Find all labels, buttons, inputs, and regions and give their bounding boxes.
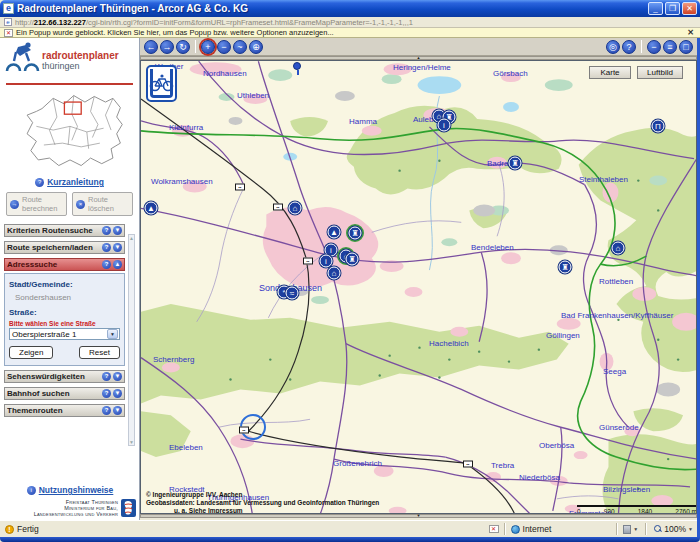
castle-icon[interactable]: ♜: [559, 261, 572, 274]
quickstart-link[interactable]: Kurzanleitung: [47, 177, 104, 187]
logo-title: radroutenplaner: [42, 50, 119, 61]
url-prefix: http://: [15, 18, 34, 27]
divider: [504, 523, 506, 535]
pool-icon[interactable]: ≈: [286, 287, 299, 300]
help-icon[interactable]: ?: [102, 372, 111, 381]
marker-pin-icon[interactable]: [293, 62, 301, 70]
minimize-button[interactable]: _: [648, 2, 663, 15]
url-host: 212.66.132.227: [34, 18, 86, 27]
chevron-down-icon[interactable]: ▼: [113, 389, 122, 398]
close-button[interactable]: ✕: [682, 2, 697, 15]
thuringia-overview-map[interactable]: [14, 87, 126, 175]
usage-link[interactable]: Nutzungshinweise: [39, 485, 114, 495]
monument-icon[interactable]: Π: [652, 120, 665, 133]
help-icon[interactable]: ?: [102, 226, 111, 235]
railway-station-icon[interactable]: ▪▪: [235, 184, 245, 191]
popup-info-text: Ein Popup wurde geblockt. Klicken Sie hi…: [16, 28, 334, 37]
scroll-down-icon[interactable]: ▼: [129, 439, 134, 445]
route-delete-icon: ×: [76, 200, 85, 209]
accordion-header-bahnhof-suchen[interactable]: Bahnhof suchen ? ▼: [4, 387, 125, 400]
status-text: Fertig: [17, 524, 39, 534]
radroutenplaner-map-logo: [146, 65, 177, 102]
zoom-out-button[interactable]: −: [217, 40, 231, 54]
map-label: Kleinfurra: [169, 123, 203, 132]
palace-icon[interactable]: ♜: [346, 253, 359, 266]
address-bar[interactable]: e http://212.66.132.227/cgi-bin/rth.cgi?…: [0, 17, 700, 28]
peak-icon[interactable]: ▲: [328, 226, 341, 239]
chevron-down-icon[interactable]: ▼: [107, 329, 118, 339]
copyright-line: Geobasisdaten: Landesamt für Vermessung …: [146, 499, 379, 507]
accordion-label: Sehenswürdigkeiten: [7, 372, 100, 381]
reset-button[interactable]: Reset: [79, 346, 120, 359]
info-icon[interactable]: i: [320, 255, 333, 268]
ministry-footer: Freistaat Thüringen Ministerium für Bau,…: [2, 499, 136, 517]
popup-info-bar[interactable]: ✕ Ein Popup wurde geblockt. Klicken Sie …: [0, 28, 700, 38]
show-button[interactable]: Zeigen: [9, 346, 53, 359]
minimize-map-button[interactable]: −: [647, 40, 661, 54]
map-canvas[interactable]: WertherNordhausenUthlebenHeringen/HelmeG…: [140, 60, 697, 514]
map-label: Seega: [603, 367, 626, 376]
info-icon[interactable]: i: [438, 119, 451, 132]
measure-button[interactable]: ~: [233, 40, 247, 54]
sidebar-scrollbar[interactable]: ▲ ▼: [128, 234, 135, 446]
chevron-down-icon[interactable]: ▼: [688, 526, 693, 532]
railway-station-icon[interactable]: ▪▪: [239, 427, 249, 434]
map-label: Steinthaleben: [579, 175, 628, 184]
church-icon[interactable]: ⌂: [328, 267, 341, 280]
help-icon[interactable]: ?: [102, 389, 111, 398]
help-button[interactable]: ?: [622, 40, 636, 54]
help-icon[interactable]: ?: [102, 406, 111, 415]
popup-blocked-status-icon[interactable]: ✕: [489, 525, 499, 533]
chevron-down-icon[interactable]: ▼: [113, 406, 122, 415]
logo-subtitle: thüringen: [42, 61, 119, 71]
maximize-button[interactable]: ❐: [665, 2, 680, 15]
aerial-view-button[interactable]: Luftbild: [637, 66, 683, 79]
railway-station-icon[interactable]: ▪▪: [303, 258, 313, 265]
accordion-header-adresssuche[interactable]: Adresssuche ? ▲: [4, 258, 125, 271]
print-button[interactable]: ≡: [663, 40, 677, 54]
street-select[interactable]: Oberspierstraße 1 ▼: [9, 328, 120, 340]
zoom-in-button[interactable]: +: [201, 40, 215, 54]
chevron-down-icon[interactable]: ▼: [113, 226, 122, 235]
home-icon[interactable]: ⌂: [289, 202, 302, 215]
new-window-button[interactable]: □: [679, 40, 693, 54]
mountain-icon[interactable]: ▲: [145, 202, 158, 215]
map-label: Hamma: [349, 117, 377, 126]
castle-icon[interactable]: ♜: [509, 157, 522, 170]
route-calculate-button[interactable]: → Route berechnen: [6, 192, 67, 216]
splitter-down-icon[interactable]: ▼: [417, 513, 421, 518]
accordion-header-route-speichern-laden[interactable]: Route speichern/laden ? ▼: [4, 241, 125, 254]
scroll-up-icon[interactable]: ▲: [129, 235, 134, 241]
filter-icon[interactable]: [623, 525, 631, 534]
railway-station-icon[interactable]: ▪▪: [463, 461, 473, 468]
chevron-up-icon[interactable]: ▲: [113, 260, 122, 269]
chevron-down-icon[interactable]: ▼: [633, 526, 638, 532]
map-view-button[interactable]: Karte: [589, 66, 631, 79]
help-icon[interactable]: ?: [102, 260, 111, 269]
status-bar: ! Fertig ✕ Internet ▼ 100% ▼: [0, 520, 700, 537]
accordion-header-sehenswuerdigkeiten[interactable]: Sehenswürdigkeiten ? ▼: [4, 370, 125, 383]
map-label: Trebra: [491, 461, 514, 470]
railway-station-icon[interactable]: ▪▪: [273, 204, 283, 211]
warning-icon: !: [5, 525, 14, 534]
app-logo: radroutenplaner thüringen: [0, 38, 139, 80]
chevron-down-icon[interactable]: ▼: [113, 243, 122, 252]
help-icon[interactable]: ?: [102, 243, 111, 252]
divider: [645, 523, 647, 535]
accordion-header-kriterien-routensuche[interactable]: Kriterien Routensuche ? ▼: [4, 224, 125, 237]
route-delete-button[interactable]: × Route löschen: [72, 192, 133, 216]
home-icon[interactable]: ⌂: [612, 242, 625, 255]
refresh-button[interactable]: ↻: [176, 40, 190, 54]
accordion-header-themenrouten[interactable]: Themenrouten ? ▼: [4, 404, 125, 417]
popup-bar-close-icon[interactable]: ✕: [687, 28, 696, 37]
forward-button[interactable]: →: [160, 40, 174, 54]
chevron-down-icon[interactable]: ▼: [113, 372, 122, 381]
back-button[interactable]: ←: [144, 40, 158, 54]
map-splitter-bottom[interactable]: ▼: [140, 514, 697, 518]
url-field[interactable]: http://212.66.132.227/cgi-bin/rth.cgi?fo…: [15, 18, 413, 27]
map-label: Bendeleben: [471, 243, 514, 252]
pan-button[interactable]: ⊕: [249, 40, 263, 54]
overview-button[interactable]: ◎: [606, 40, 620, 54]
castle-icon[interactable]: ♜: [349, 227, 362, 240]
route-calculate-icon: →: [10, 200, 19, 209]
